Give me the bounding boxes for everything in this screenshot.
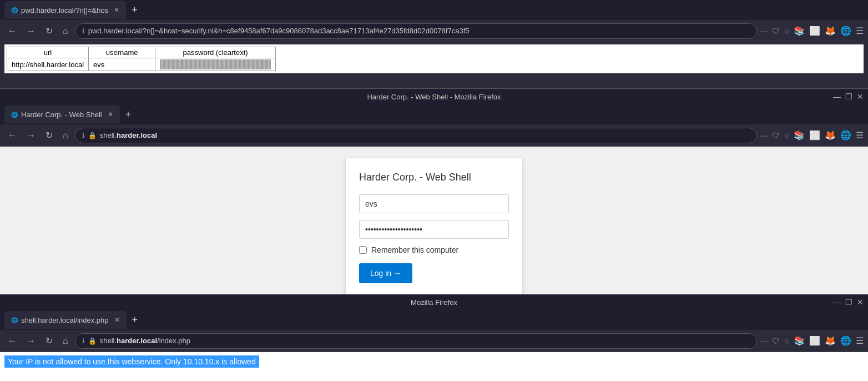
error-message: Your IP is not allowed to use this webse…: [4, 355, 259, 368]
refresh-button-3[interactable]: ↻: [42, 333, 56, 348]
nav-bar-1: ← → ↻ ⌂ ℹ pwd.harder.local/?n[]=&host=se…: [0, 20, 868, 42]
account-icon-3[interactable]: 🦊: [825, 335, 836, 346]
address-bar-2[interactable]: ℹ 🔒 shell.harder.local: [75, 128, 758, 143]
col-username: username: [89, 47, 155, 58]
minimize-button-2[interactable]: —: [833, 92, 841, 101]
shield-icon-3: 🛡: [772, 337, 780, 345]
nav-right-icons-1: 📚 ⬜ 🦊 🌐 ☰: [794, 26, 864, 36]
table-row: http://shell.harder.local evs: [7, 58, 276, 71]
tab-close-1[interactable]: ✕: [114, 6, 119, 14]
new-tab-button-1[interactable]: +: [128, 4, 141, 16]
tab-label-3: shell.harder.local/index.php: [21, 316, 109, 324]
home-button-1[interactable]: ⌂: [59, 24, 72, 38]
library-icon-1[interactable]: 📚: [794, 26, 805, 36]
info-icon-2: ℹ: [82, 132, 85, 139]
nav-bar-3: ← → ↻ ⌂ ℹ 🔒 shell.harder.local/index.php…: [0, 330, 868, 352]
library-icon-3[interactable]: 📚: [794, 335, 805, 346]
info-icon-1: ℹ: [82, 27, 85, 35]
window-controls-2: — ❐ ✕: [833, 92, 864, 101]
cell-username: evs: [89, 58, 155, 71]
menu-icon-3[interactable]: ☰: [856, 335, 864, 346]
back-button-2[interactable]: ←: [4, 128, 20, 143]
tab-close-2[interactable]: ✕: [108, 111, 113, 118]
more-options-3[interactable]: ···: [760, 337, 769, 345]
login-area: Harder Corp. - Web Shell Remember this c…: [0, 147, 868, 294]
page-content-1: url username password (cleartext) http:/…: [4, 44, 864, 73]
synced-tabs-icon-2[interactable]: ⬜: [809, 130, 820, 141]
active-tab-1[interactable]: 🌐 pwd.harder.local/?n[]=&hos ✕: [4, 1, 126, 19]
nav-right-icons-2: 📚 ⬜ 🦊 🌐 ☰: [794, 130, 864, 141]
tab-close-3[interactable]: ✕: [114, 316, 120, 324]
menu-icon-1[interactable]: ☰: [856, 26, 864, 36]
more-options-2[interactable]: ···: [760, 131, 769, 140]
active-tab-3[interactable]: 🌐 shell.harder.local/index.php ✕: [4, 311, 127, 329]
refresh-button-2[interactable]: ↻: [42, 128, 56, 143]
window-title-bar-3: Mozilla Firefox — ❐ ✕: [0, 294, 868, 310]
forward-button-3[interactable]: →: [23, 334, 39, 348]
restore-button-3[interactable]: ❐: [845, 298, 852, 307]
address-text-1: pwd.harder.local/?n[]=&host=securify.nl&…: [88, 27, 470, 35]
window-controls-3: — ❐ ✕: [833, 298, 864, 307]
address-domain-1: pwd.harder.local/?n[]=&host=securify.nl&…: [88, 27, 470, 35]
back-button-3[interactable]: ←: [4, 334, 20, 348]
restore-button-2[interactable]: ❐: [845, 92, 852, 101]
minimize-button-3[interactable]: —: [833, 298, 841, 307]
address-text-2: shell.harder.local: [100, 131, 157, 139]
forward-button-1[interactable]: →: [23, 24, 39, 38]
library-icon-2[interactable]: 📚: [794, 130, 805, 141]
login-card: Harder Corp. - Web Shell Remember this c…: [345, 158, 523, 297]
error-banner: Your IP is not allowed to use this webse…: [0, 352, 868, 381]
forward-button-2[interactable]: →: [23, 128, 39, 143]
new-tab-button-2[interactable]: +: [122, 109, 135, 121]
bookmark-star-3[interactable]: ☆: [783, 337, 790, 345]
tab-bar-3: 🌐 shell.harder.local/index.php ✕ +: [0, 310, 868, 330]
lock-icon-2: 🔒: [88, 132, 97, 139]
synced-tabs-icon-1[interactable]: ⬜: [809, 26, 820, 36]
window-title-3: Mozilla Firefox: [411, 298, 457, 307]
remember-checkbox[interactable]: [359, 246, 367, 254]
refresh-button-1[interactable]: ↻: [42, 23, 56, 38]
tab-favicon-1: 🌐: [11, 7, 18, 13]
address-path-3: /index.php: [157, 337, 190, 345]
cell-url: http://shell.harder.local: [7, 58, 89, 71]
address-bar-3[interactable]: ℹ 🔒 shell.harder.local/index.php: [75, 333, 758, 349]
remember-label: Remember this computer: [371, 245, 458, 254]
addons-icon-3[interactable]: 🌐: [840, 335, 851, 346]
tab-favicon-3: 🌐: [11, 317, 18, 323]
more-options-1[interactable]: ···: [760, 27, 769, 36]
account-icon-2[interactable]: 🦊: [825, 130, 836, 141]
window-title-bar-2: Harder Corp. - Web Shell - Mozilla Firef…: [0, 89, 868, 104]
addons-icon-1[interactable]: 🌐: [840, 26, 851, 36]
synced-tabs-icon-3[interactable]: ⬜: [809, 335, 820, 346]
col-url: url: [7, 47, 89, 58]
back-button-1[interactable]: ←: [4, 24, 20, 38]
home-button-2[interactable]: ⌂: [59, 128, 72, 143]
password-input[interactable]: [359, 220, 509, 239]
tab-label-2: Harder Corp. - Web Shell: [21, 111, 102, 119]
shield-icon-2: 🛡: [772, 131, 780, 140]
nav-bar-2: ← → ↻ ⌂ ℹ 🔒 shell.harder.local ··· 🛡 ☆ 📚…: [0, 124, 868, 147]
bookmark-star-1[interactable]: ☆: [783, 27, 790, 36]
address-domain-bold-3: harder.local: [117, 337, 157, 345]
browser-window-2: Harder Corp. - Web Shell - Mozilla Firef…: [0, 89, 868, 294]
menu-icon-2[interactable]: ☰: [856, 130, 864, 141]
username-input[interactable]: [359, 194, 509, 213]
tab-bar-2: 🌐 Harder Corp. - Web Shell ✕ +: [0, 104, 868, 124]
login-button[interactable]: Log in →: [359, 263, 412, 283]
nav-right-icons-3: 📚 ⬜ 🦊 🌐 ☰: [794, 335, 864, 346]
address-bar-1[interactable]: ℹ pwd.harder.local/?n[]=&host=securify.n…: [75, 23, 758, 39]
bookmark-star-2[interactable]: ☆: [783, 131, 790, 140]
remember-row: Remember this computer: [359, 245, 509, 254]
credentials-table: url username password (cleartext) http:/…: [7, 47, 276, 71]
browser-window-3: Mozilla Firefox — ❐ ✕ 🌐 shell.harder.loc…: [0, 294, 868, 381]
tab-favicon-2: 🌐: [11, 112, 18, 118]
home-button-3[interactable]: ⌂: [59, 334, 72, 348]
active-tab-2[interactable]: 🌐 Harder Corp. - Web Shell ✕: [4, 106, 120, 123]
close-button-2[interactable]: ✕: [857, 92, 864, 101]
new-tab-button-3[interactable]: +: [129, 314, 142, 326]
addons-icon-2[interactable]: 🌐: [840, 130, 851, 141]
tab-label-1: pwd.harder.local/?n[]=&hos: [21, 6, 108, 14]
close-button-3[interactable]: ✕: [857, 298, 864, 307]
account-icon-1[interactable]: 🦊: [825, 26, 836, 36]
window-title-2: Harder Corp. - Web Shell - Mozilla Firef…: [367, 93, 501, 101]
